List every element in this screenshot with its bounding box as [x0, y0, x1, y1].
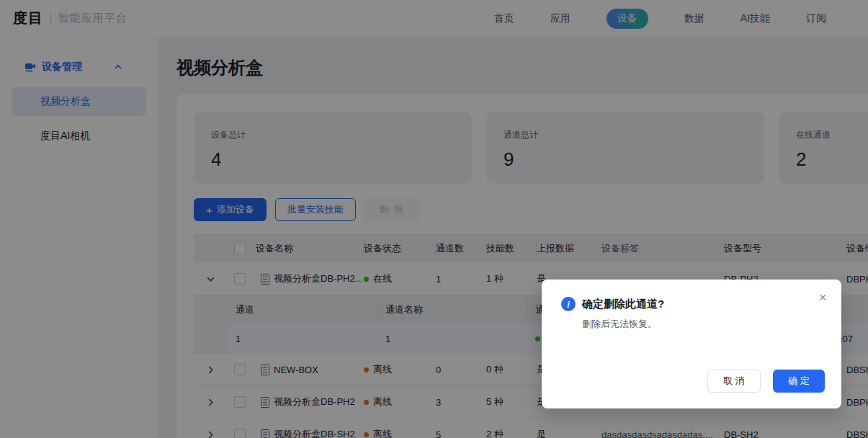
- cancel-button[interactable]: 取 消: [707, 370, 761, 393]
- dialog-header: i 确定删除此通道?: [542, 280, 841, 311]
- confirm-button[interactable]: 确 定: [773, 370, 825, 393]
- close-icon[interactable]: ✕: [818, 292, 827, 303]
- info-icon: i: [561, 297, 576, 311]
- dialog-message: 删除后无法恢复。: [542, 311, 841, 331]
- delete-channel-dialog: i 确定删除此通道? ✕ 删除后无法恢复。 取 消 确 定: [542, 280, 841, 408]
- dialog-title: 确定删除此通道?: [582, 298, 664, 311]
- dialog-footer: 取 消 确 定: [707, 370, 825, 393]
